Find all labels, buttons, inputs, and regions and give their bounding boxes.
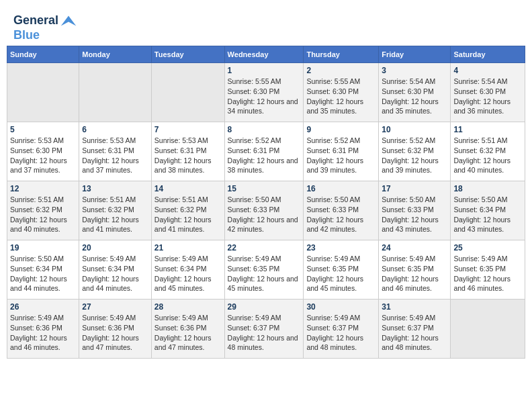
day-info: Sunrise: 5:50 AMSunset: 6:33 PMDaylight:… (306, 195, 375, 234)
page-header: General Blue (7, 7, 525, 46)
day-info: Sunrise: 5:49 AMSunset: 6:36 PMDaylight:… (10, 313, 76, 353)
calendar-cell: 27Sunrise: 5:49 AMSunset: 6:36 PMDayligh… (79, 300, 152, 359)
day-number: 19 (10, 243, 76, 253)
day-info: Sunrise: 5:49 AMSunset: 6:37 PMDaylight:… (306, 313, 375, 353)
day-number: 15 (228, 184, 301, 193)
calendar-cell: 20Sunrise: 5:49 AMSunset: 6:34 PMDayligh… (79, 240, 152, 300)
day-info: Sunrise: 5:52 AMSunset: 6:31 PMDaylight:… (306, 136, 375, 175)
calendar-cell: 23Sunrise: 5:49 AMSunset: 6:35 PMDayligh… (304, 240, 379, 300)
day-header-sunday: Sunday (7, 46, 79, 63)
day-number: 30 (306, 302, 375, 312)
day-number: 21 (154, 243, 222, 253)
day-info: Sunrise: 5:49 AMSunset: 6:37 PMDaylight:… (228, 313, 301, 353)
day-info: Sunrise: 5:55 AMSunset: 6:30 PMDaylight:… (306, 77, 375, 116)
day-info: Sunrise: 5:52 AMSunset: 6:32 PMDaylight:… (382, 136, 447, 175)
day-number: 29 (228, 302, 301, 312)
week-row: 26Sunrise: 5:49 AMSunset: 6:36 PMDayligh… (7, 300, 525, 359)
calendar-cell (79, 63, 152, 122)
day-number: 31 (382, 302, 447, 312)
day-number: 28 (154, 302, 222, 312)
calendar-cell: 24Sunrise: 5:49 AMSunset: 6:35 PMDayligh… (379, 240, 451, 300)
calendar-cell: 8Sunrise: 5:52 AMSunset: 6:31 PMDaylight… (224, 122, 304, 181)
day-header-saturday: Saturday (451, 46, 525, 63)
calendar-cell: 25Sunrise: 5:49 AMSunset: 6:35 PMDayligh… (451, 240, 525, 300)
day-info: Sunrise: 5:51 AMSunset: 6:32 PMDaylight:… (10, 195, 76, 234)
day-info: Sunrise: 5:49 AMSunset: 6:36 PMDaylight:… (154, 313, 222, 353)
day-info: Sunrise: 5:49 AMSunset: 6:34 PMDaylight:… (82, 254, 148, 293)
day-info: Sunrise: 5:54 AMSunset: 6:30 PMDaylight:… (453, 77, 522, 116)
calendar-cell: 30Sunrise: 5:49 AMSunset: 6:37 PMDayligh… (304, 300, 379, 359)
day-info: Sunrise: 5:49 AMSunset: 6:36 PMDaylight:… (82, 313, 148, 353)
calendar-cell: 31Sunrise: 5:49 AMSunset: 6:37 PMDayligh… (379, 300, 451, 359)
week-row: 12Sunrise: 5:51 AMSunset: 6:32 PMDayligh… (7, 181, 525, 240)
day-number: 14 (154, 184, 222, 193)
logo-blue: Blue (13, 28, 40, 42)
day-info: Sunrise: 5:49 AMSunset: 6:35 PMDaylight:… (453, 254, 522, 293)
calendar-cell: 13Sunrise: 5:51 AMSunset: 6:32 PMDayligh… (79, 181, 152, 240)
day-number: 7 (154, 125, 222, 134)
calendar-cell: 17Sunrise: 5:50 AMSunset: 6:33 PMDayligh… (379, 181, 451, 240)
day-number: 2 (306, 66, 375, 75)
calendar-cell: 11Sunrise: 5:51 AMSunset: 6:32 PMDayligh… (451, 122, 525, 181)
day-number: 8 (228, 125, 301, 134)
calendar-cell: 12Sunrise: 5:51 AMSunset: 6:32 PMDayligh… (7, 181, 79, 240)
week-row: 19Sunrise: 5:50 AMSunset: 6:34 PMDayligh… (7, 240, 525, 300)
calendar-cell: 21Sunrise: 5:49 AMSunset: 6:34 PMDayligh… (151, 240, 224, 300)
calendar-cell: 1Sunrise: 5:55 AMSunset: 6:30 PMDaylight… (224, 63, 304, 122)
day-info: Sunrise: 5:52 AMSunset: 6:31 PMDaylight:… (228, 136, 301, 175)
day-number: 11 (453, 125, 522, 134)
day-number: 24 (382, 243, 447, 253)
logo-bird-icon (60, 15, 77, 27)
day-info: Sunrise: 5:49 AMSunset: 6:35 PMDaylight:… (306, 254, 375, 293)
day-info: Sunrise: 5:51 AMSunset: 6:32 PMDaylight:… (82, 195, 148, 234)
day-number: 12 (10, 184, 76, 193)
calendar-cell: 16Sunrise: 5:50 AMSunset: 6:33 PMDayligh… (304, 181, 379, 240)
day-info: Sunrise: 5:55 AMSunset: 6:30 PMDaylight:… (228, 77, 301, 116)
day-number: 27 (82, 302, 148, 312)
day-number: 26 (10, 302, 76, 312)
calendar-body: 1Sunrise: 5:55 AMSunset: 6:30 PMDaylight… (7, 63, 525, 359)
calendar-table: SundayMondayTuesdayWednesdayThursdayFrid… (7, 46, 525, 359)
day-info: Sunrise: 5:50 AMSunset: 6:34 PMDaylight:… (10, 254, 76, 293)
calendar-cell: 15Sunrise: 5:50 AMSunset: 6:33 PMDayligh… (224, 181, 304, 240)
day-number: 18 (453, 184, 522, 193)
calendar-cell (151, 63, 224, 122)
logo: General Blue (13, 13, 77, 42)
calendar-cell: 18Sunrise: 5:50 AMSunset: 6:34 PMDayligh… (451, 181, 525, 240)
day-number: 17 (382, 184, 447, 193)
calendar-header: SundayMondayTuesdayWednesdayThursdayFrid… (7, 46, 525, 63)
day-info: Sunrise: 5:50 AMSunset: 6:33 PMDaylight:… (228, 195, 301, 234)
day-info: Sunrise: 5:53 AMSunset: 6:31 PMDaylight:… (82, 136, 148, 175)
calendar-cell: 9Sunrise: 5:52 AMSunset: 6:31 PMDaylight… (304, 122, 379, 181)
day-number: 25 (453, 243, 522, 253)
day-info: Sunrise: 5:51 AMSunset: 6:32 PMDaylight:… (453, 136, 522, 175)
day-number: 13 (82, 184, 148, 193)
day-header-thursday: Thursday (304, 46, 379, 63)
calendar-cell: 22Sunrise: 5:49 AMSunset: 6:35 PMDayligh… (224, 240, 304, 300)
day-number: 23 (306, 243, 375, 253)
days-of-week-row: SundayMondayTuesdayWednesdayThursdayFrid… (7, 46, 525, 63)
day-number: 16 (306, 184, 375, 193)
day-info: Sunrise: 5:49 AMSunset: 6:35 PMDaylight:… (382, 254, 447, 293)
day-info: Sunrise: 5:49 AMSunset: 6:34 PMDaylight:… (154, 254, 222, 293)
calendar-cell: 29Sunrise: 5:49 AMSunset: 6:37 PMDayligh… (224, 300, 304, 359)
day-info: Sunrise: 5:50 AMSunset: 6:33 PMDaylight:… (382, 195, 447, 234)
day-info: Sunrise: 5:54 AMSunset: 6:30 PMDaylight:… (382, 77, 447, 116)
calendar-cell: 2Sunrise: 5:55 AMSunset: 6:30 PMDaylight… (304, 63, 379, 122)
calendar-cell: 3Sunrise: 5:54 AMSunset: 6:30 PMDaylight… (379, 63, 451, 122)
day-number: 3 (382, 66, 447, 75)
day-header-friday: Friday (379, 46, 451, 63)
calendar-cell (451, 300, 525, 359)
calendar-cell: 14Sunrise: 5:51 AMSunset: 6:32 PMDayligh… (151, 181, 224, 240)
day-header-wednesday: Wednesday (224, 46, 304, 63)
day-number: 1 (228, 66, 301, 75)
day-info: Sunrise: 5:49 AMSunset: 6:37 PMDaylight:… (382, 313, 447, 353)
day-info: Sunrise: 5:53 AMSunset: 6:30 PMDaylight:… (10, 136, 76, 175)
calendar-cell: 6Sunrise: 5:53 AMSunset: 6:31 PMDaylight… (79, 122, 152, 181)
calendar-cell: 5Sunrise: 5:53 AMSunset: 6:30 PMDaylight… (7, 122, 79, 181)
calendar-cell: 10Sunrise: 5:52 AMSunset: 6:32 PMDayligh… (379, 122, 451, 181)
day-number: 5 (10, 125, 76, 134)
day-number: 22 (228, 243, 301, 253)
day-info: Sunrise: 5:49 AMSunset: 6:35 PMDaylight:… (228, 254, 301, 293)
day-header-tuesday: Tuesday (151, 46, 224, 63)
